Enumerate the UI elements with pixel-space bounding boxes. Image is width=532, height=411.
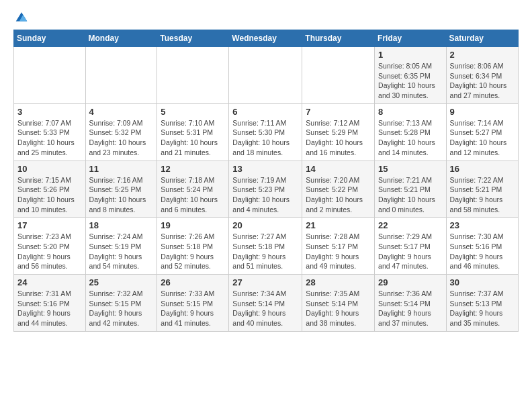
calendar-cell: 19Sunrise: 7:26 AM Sunset: 5:18 PM Dayli… xyxy=(157,218,229,275)
calendar-cell: 29Sunrise: 7:36 AM Sunset: 5:14 PM Dayli… xyxy=(375,275,447,332)
day-detail: Sunrise: 8:05 AM Sunset: 6:35 PM Dayligh… xyxy=(378,61,443,101)
day-detail: Sunrise: 7:12 AM Sunset: 5:29 PM Dayligh… xyxy=(306,118,371,158)
calendar-cell: 30Sunrise: 7:37 AM Sunset: 5:13 PM Dayli… xyxy=(446,275,518,332)
day-detail: Sunrise: 7:18 AM Sunset: 5:24 PM Dayligh… xyxy=(161,175,225,215)
day-detail: Sunrise: 7:16 AM Sunset: 5:25 PM Dayligh… xyxy=(89,175,154,215)
calendar-cell: 22Sunrise: 7:29 AM Sunset: 5:17 PM Dayli… xyxy=(375,218,447,275)
day-detail: Sunrise: 7:33 AM Sunset: 5:15 PM Dayligh… xyxy=(161,289,225,328)
day-detail: Sunrise: 7:10 AM Sunset: 5:31 PM Dayligh… xyxy=(161,118,225,158)
day-detail: Sunrise: 7:30 AM Sunset: 5:16 PM Dayligh… xyxy=(450,232,515,271)
day-detail: Sunrise: 7:37 AM Sunset: 5:13 PM Dayligh… xyxy=(450,289,515,328)
weekday-header-sunday: Sunday xyxy=(14,30,86,47)
day-number: 18 xyxy=(89,220,154,230)
day-number: 19 xyxy=(161,220,225,230)
day-number: 3 xyxy=(17,107,82,117)
calendar-cell: 27Sunrise: 7:34 AM Sunset: 5:14 PM Dayli… xyxy=(229,275,302,332)
calendar-cell xyxy=(85,47,157,104)
day-number: 17 xyxy=(17,220,82,230)
day-detail: Sunrise: 7:35 AM Sunset: 5:14 PM Dayligh… xyxy=(306,289,371,328)
calendar-header-row: SundayMondayTuesdayWednesdayThursdayFrid… xyxy=(14,30,519,47)
day-number: 25 xyxy=(89,277,154,287)
day-detail: Sunrise: 7:31 AM Sunset: 5:16 PM Dayligh… xyxy=(17,289,82,328)
day-detail: Sunrise: 7:27 AM Sunset: 5:18 PM Dayligh… xyxy=(232,232,298,271)
calendar: SundayMondayTuesdayWednesdayThursdayFrid… xyxy=(13,30,519,332)
calendar-week-2: 3Sunrise: 7:07 AM Sunset: 5:33 PM Daylig… xyxy=(14,103,519,161)
day-number: 16 xyxy=(450,164,515,174)
day-number: 8 xyxy=(378,107,443,117)
logo xyxy=(13,11,28,23)
day-detail: Sunrise: 7:24 AM Sunset: 5:19 PM Dayligh… xyxy=(89,232,154,271)
day-detail: Sunrise: 7:09 AM Sunset: 5:32 PM Dayligh… xyxy=(89,118,154,158)
calendar-cell: 25Sunrise: 7:32 AM Sunset: 5:15 PM Dayli… xyxy=(85,275,157,332)
day-detail: Sunrise: 7:21 AM Sunset: 5:21 PM Dayligh… xyxy=(378,175,443,215)
day-number: 20 xyxy=(232,220,298,230)
calendar-cell: 2Sunrise: 8:06 AM Sunset: 6:34 PM Daylig… xyxy=(446,47,518,104)
calendar-cell: 21Sunrise: 7:28 AM Sunset: 5:17 PM Dayli… xyxy=(302,218,375,275)
header xyxy=(13,11,519,23)
calendar-cell: 20Sunrise: 7:27 AM Sunset: 5:18 PM Dayli… xyxy=(229,218,302,275)
day-number: 10 xyxy=(17,164,82,174)
weekday-header-wednesday: Wednesday xyxy=(229,30,302,47)
calendar-cell xyxy=(14,47,86,104)
calendar-cell: 7Sunrise: 7:12 AM Sunset: 5:29 PM Daylig… xyxy=(302,103,375,161)
day-number: 6 xyxy=(232,107,298,117)
day-number: 15 xyxy=(378,164,443,174)
day-number: 30 xyxy=(450,277,515,287)
day-detail: Sunrise: 8:06 AM Sunset: 6:34 PM Dayligh… xyxy=(450,61,515,101)
calendar-cell: 26Sunrise: 7:33 AM Sunset: 5:15 PM Dayli… xyxy=(157,275,229,332)
calendar-cell: 15Sunrise: 7:21 AM Sunset: 5:21 PM Dayli… xyxy=(375,161,447,218)
day-detail: Sunrise: 7:14 AM Sunset: 5:27 PM Dayligh… xyxy=(450,118,515,158)
day-detail: Sunrise: 7:20 AM Sunset: 5:22 PM Dayligh… xyxy=(306,175,371,215)
calendar-week-1: 1Sunrise: 8:05 AM Sunset: 6:35 PM Daylig… xyxy=(14,47,519,104)
weekday-header-tuesday: Tuesday xyxy=(157,30,229,47)
day-number: 1 xyxy=(378,50,443,60)
day-number: 27 xyxy=(232,277,298,287)
day-detail: Sunrise: 7:13 AM Sunset: 5:28 PM Dayligh… xyxy=(378,118,443,158)
calendar-cell: 6Sunrise: 7:11 AM Sunset: 5:30 PM Daylig… xyxy=(229,103,302,161)
calendar-cell: 5Sunrise: 7:10 AM Sunset: 5:31 PM Daylig… xyxy=(157,103,229,161)
calendar-cell: 12Sunrise: 7:18 AM Sunset: 5:24 PM Dayli… xyxy=(157,161,229,218)
weekday-header-saturday: Saturday xyxy=(446,30,518,47)
calendar-cell: 3Sunrise: 7:07 AM Sunset: 5:33 PM Daylig… xyxy=(14,103,86,161)
day-number: 13 xyxy=(232,164,298,174)
day-number: 26 xyxy=(161,277,225,287)
day-number: 29 xyxy=(378,277,443,287)
day-number: 2 xyxy=(450,50,515,60)
calendar-cell: 4Sunrise: 7:09 AM Sunset: 5:32 PM Daylig… xyxy=(85,103,157,161)
calendar-cell: 16Sunrise: 7:22 AM Sunset: 5:21 PM Dayli… xyxy=(446,161,518,218)
weekday-header-friday: Friday xyxy=(375,30,447,47)
calendar-cell xyxy=(302,47,375,104)
day-number: 28 xyxy=(306,277,371,287)
day-detail: Sunrise: 7:07 AM Sunset: 5:33 PM Dayligh… xyxy=(17,118,82,158)
day-number: 12 xyxy=(161,164,225,174)
calendar-cell: 24Sunrise: 7:31 AM Sunset: 5:16 PM Dayli… xyxy=(14,275,86,332)
day-number: 21 xyxy=(306,220,371,230)
day-detail: Sunrise: 7:23 AM Sunset: 5:20 PM Dayligh… xyxy=(17,232,82,271)
day-number: 11 xyxy=(89,164,154,174)
calendar-cell: 1Sunrise: 8:05 AM Sunset: 6:35 PM Daylig… xyxy=(375,47,447,104)
page: SundayMondayTuesdayWednesdayThursdayFrid… xyxy=(0,0,532,342)
day-number: 23 xyxy=(450,220,515,230)
calendar-cell: 9Sunrise: 7:14 AM Sunset: 5:27 PM Daylig… xyxy=(446,103,518,161)
day-detail: Sunrise: 7:15 AM Sunset: 5:26 PM Dayligh… xyxy=(17,175,82,215)
calendar-week-3: 10Sunrise: 7:15 AM Sunset: 5:26 PM Dayli… xyxy=(14,161,519,218)
day-detail: Sunrise: 7:19 AM Sunset: 5:23 PM Dayligh… xyxy=(232,175,298,215)
logo-icon xyxy=(15,11,28,23)
day-number: 14 xyxy=(306,164,371,174)
day-number: 22 xyxy=(378,220,443,230)
day-detail: Sunrise: 7:29 AM Sunset: 5:17 PM Dayligh… xyxy=(378,232,443,271)
day-number: 4 xyxy=(89,107,154,117)
calendar-cell: 11Sunrise: 7:16 AM Sunset: 5:25 PM Dayli… xyxy=(85,161,157,218)
day-detail: Sunrise: 7:32 AM Sunset: 5:15 PM Dayligh… xyxy=(89,289,154,328)
calendar-cell: 28Sunrise: 7:35 AM Sunset: 5:14 PM Dayli… xyxy=(302,275,375,332)
day-detail: Sunrise: 7:34 AM Sunset: 5:14 PM Dayligh… xyxy=(232,289,298,328)
day-number: 7 xyxy=(306,107,371,117)
calendar-cell: 13Sunrise: 7:19 AM Sunset: 5:23 PM Dayli… xyxy=(229,161,302,218)
logo-text xyxy=(13,11,28,23)
day-number: 5 xyxy=(161,107,225,117)
calendar-week-4: 17Sunrise: 7:23 AM Sunset: 5:20 PM Dayli… xyxy=(14,218,519,275)
weekday-header-thursday: Thursday xyxy=(302,30,375,47)
calendar-cell: 14Sunrise: 7:20 AM Sunset: 5:22 PM Dayli… xyxy=(302,161,375,218)
calendar-cell: 17Sunrise: 7:23 AM Sunset: 5:20 PM Dayli… xyxy=(14,218,86,275)
day-number: 9 xyxy=(450,107,515,117)
